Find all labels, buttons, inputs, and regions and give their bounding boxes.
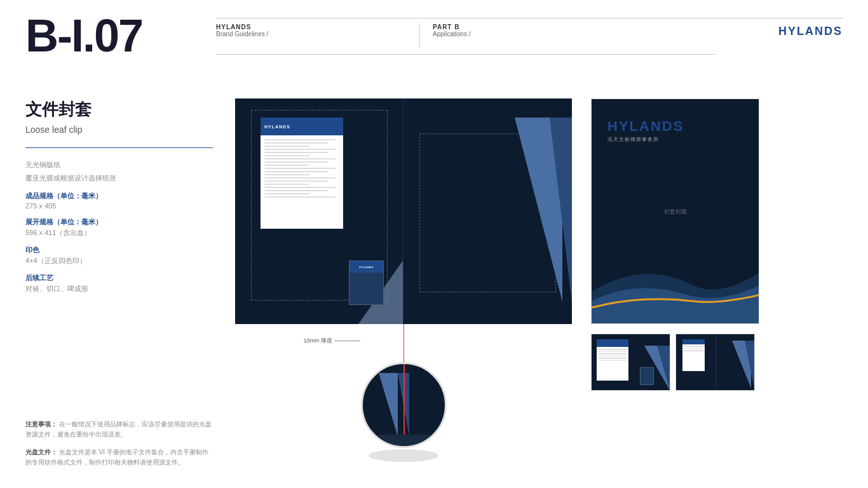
header-top-line <box>216 18 715 18</box>
cover-logo-area: HYLANDS 泓天文彬律师事务所 <box>607 118 684 143</box>
right-preview: HYLANDS 泓天文彬律师事务所 封套封面 <box>591 98 763 488</box>
thumb-right-tri2 <box>745 341 754 388</box>
spec-laminate: 覆亚光膜或根据设计选择纸张 <box>25 173 213 184</box>
doc-line <box>264 177 336 179</box>
doc-header-strip: HYLANDS <box>261 118 343 135</box>
thumb-doc-line <box>599 353 627 355</box>
spec-size-value: 275 x 405 <box>25 202 213 210</box>
thumb-doc-line <box>684 348 703 349</box>
thumb-doc-line <box>599 351 627 353</box>
header-logo-line <box>715 18 843 18</box>
doc-line <box>264 187 336 188</box>
cover-label: 封套封面 <box>664 207 687 215</box>
sidebar: 文件封套 Loose leaf clip 无光铜版纸 覆亚光膜或根据设计选择纸张… <box>25 98 213 488</box>
brand-sub: Brand Guidelines / <box>216 30 407 37</box>
thumb-doc-line <box>599 360 627 362</box>
header-logo-area: HYLANDS <box>715 13 843 38</box>
doc-line <box>264 149 336 150</box>
thumb-doc-body <box>597 347 628 364</box>
thumb-left-doc-body <box>682 344 705 354</box>
note-text: 注意事项： 在一般情况下使用品牌标志，应该尽量使用提供的光盘资源文件，避免在重绘… <box>25 419 213 440</box>
part-label: PART B <box>433 24 470 30</box>
hylands-logo: HYLANDS <box>778 25 843 38</box>
doc-line <box>264 155 309 156</box>
zoom-red-line <box>403 324 404 362</box>
disc-text: 光盘文件： 光盘文件是本 VI 手册的电子文件集合，内含手册制作的专用软件格式文… <box>25 447 213 468</box>
cover-cn-text: 泓天文彬律师事务所 <box>607 136 684 143</box>
document-left: HYLANDS <box>261 118 343 229</box>
thumb-doc-hdr <box>597 339 628 347</box>
cover-preview: HYLANDS 泓天文彬律师事务所 封套封面 <box>591 98 759 324</box>
doc-line <box>264 190 328 191</box>
section-title-en: Loose leaf clip <box>25 125 213 135</box>
spec-process-value: 对裱、切口、啤成形 <box>25 284 213 294</box>
header-label-right: PART B Applications / <box>433 24 470 49</box>
header-divider-vertical <box>419 24 420 49</box>
thumb-left-doc-hdr <box>682 339 705 344</box>
section-title-cn: 文件封套 <box>25 98 213 121</box>
doc-line <box>264 171 328 172</box>
disc-label: 光盘文件： <box>25 449 57 456</box>
zoom-redline <box>403 364 405 446</box>
header-label-left: HYLANDS Brand Guidelines / <box>216 24 407 49</box>
spec-color-label: 印色 <box>25 245 213 255</box>
zoom-circle <box>361 362 447 448</box>
zoom-circle-inner <box>363 364 445 446</box>
thumb-small-card <box>640 367 654 385</box>
thumb-doc-line <box>599 358 627 359</box>
thumbnail-row <box>591 334 763 391</box>
spec-size-label: 成品规格（单位：毫米） <box>25 191 213 201</box>
doc-line <box>264 146 309 147</box>
note-section: 注意事项： 在一般情况下使用品牌标志，应该尽量使用提供的光盘资源文件，避免在重绘… <box>25 419 213 475</box>
thumb-doc <box>597 339 628 381</box>
thumb-doc-line <box>684 350 703 351</box>
doc-line <box>264 168 336 169</box>
zoom-base <box>363 435 445 446</box>
brand-name: HYLANDS <box>216 24 407 30</box>
zoom-shadow <box>369 449 438 462</box>
zoom-container: 10mm 厚度 <box>361 324 447 462</box>
thumbnail-open-folder <box>675 334 755 391</box>
doc-line <box>264 184 309 185</box>
spec-unfold-value: 596 x 411（含出血） <box>25 228 213 238</box>
zoom-label: 10mm 厚度 <box>304 337 333 345</box>
thumb-doc-line <box>599 349 627 350</box>
thumb-divider <box>715 334 716 390</box>
header-bottom-line <box>216 54 715 55</box>
folder-right-panel <box>403 98 572 324</box>
thumb-doc-line <box>684 346 703 347</box>
doc-line <box>264 139 336 140</box>
small-card-logo: HYLANDS <box>359 266 374 269</box>
thumbnail-closed-folder <box>591 334 670 391</box>
spec-paper: 无光铜版纸 <box>25 159 213 170</box>
cover-hylands-logo: HYLANDS <box>607 118 684 135</box>
part-sub: Applications / <box>433 30 470 37</box>
zoom-tri-main <box>379 373 398 437</box>
thumb-tri-2 <box>657 346 670 390</box>
triangle-right-inner <box>550 118 572 302</box>
doc-line <box>264 161 328 163</box>
sidebar-divider <box>25 147 213 148</box>
zoom-label-line <box>335 341 360 341</box>
small-card-header: HYLANDS <box>349 261 383 273</box>
zoom-label-container: 10mm 厚度 <box>304 337 361 345</box>
thumb-left-doc <box>682 339 705 371</box>
folder-left-panel: HYLANDS <box>235 98 403 324</box>
doc-line <box>264 152 328 153</box>
cover-wave-svg <box>592 241 759 323</box>
folder-area: HYLANDS <box>235 98 572 488</box>
spec-color-value: 4+4（正反四色印） <box>25 256 213 266</box>
doc-line <box>264 165 309 166</box>
doc-body <box>261 135 343 229</box>
doc-line <box>264 193 309 194</box>
thumb-doc-line <box>599 356 627 357</box>
doc-logo-text: HYLANDS <box>264 125 290 129</box>
doc-line <box>264 174 309 175</box>
doc-line <box>264 158 336 159</box>
header-labels: HYLANDS Brand Guidelines / PART B Applic… <box>216 24 715 49</box>
doc-line <box>264 142 328 144</box>
page-code: B-I.07 <box>25 13 203 58</box>
header-middle: HYLANDS Brand Guidelines / PART B Applic… <box>216 13 715 55</box>
doc-line <box>264 196 336 198</box>
small-card: HYLANDS <box>349 261 384 305</box>
